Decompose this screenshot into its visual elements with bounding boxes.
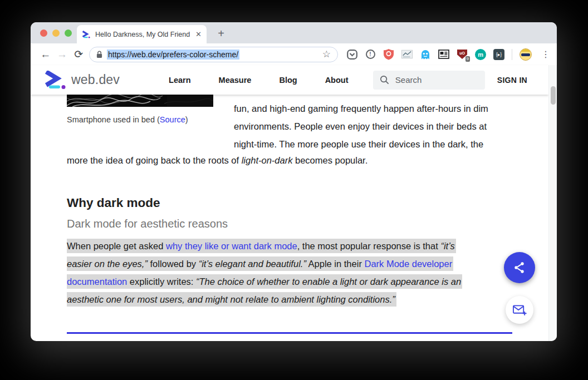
profile-avatar[interactable] [520, 48, 532, 61]
paragraph-line: fun, and high-end gaming frequently happ… [234, 100, 523, 117]
ublock-badge: 9 [465, 56, 470, 62]
new-tab-button[interactable]: + [214, 27, 228, 41]
text-segment-italic: “The choice of whether to enable a light… [196, 277, 461, 287]
search-placeholder: Search [395, 75, 422, 85]
nav-item-measure[interactable]: Measure [219, 76, 252, 85]
selected-line: easier on the eyes,” followed by “it’s e… [67, 255, 462, 273]
chrome-menu-icon[interactable]: ⋮ [541, 49, 550, 60]
sign-in-button[interactable]: SIGN IN [497, 76, 527, 85]
text-segment-italic: “it’s elegant and beautiful.” [199, 259, 306, 269]
text-segment: becomes popular. [292, 155, 367, 165]
caption-prefix: Smartphone used in bed ( [67, 115, 160, 124]
minimize-window-button[interactable] [52, 29, 60, 37]
toolbar-separator [512, 49, 512, 60]
nav-item-learn[interactable]: Learn [169, 76, 191, 85]
logo-text: web.dev [71, 72, 120, 87]
nav-item-blog[interactable]: Blog [279, 76, 297, 85]
share-icon [513, 261, 526, 274]
reader-newspaper-icon[interactable] [438, 49, 449, 60]
avatar-sunglasses [521, 53, 530, 56]
browser-toolbar: ← → ⟳ https://web.dev/prefers-color-sche… [31, 43, 557, 65]
site-header: web.dev Learn Measure Blog About Search … [31, 65, 548, 95]
scrollbar-thumb[interactable] [551, 86, 556, 105]
subscribe-button[interactable] [506, 296, 533, 324]
text-segment: more the idea of going back to the roots… [67, 155, 242, 165]
image-caption: Smartphone used in bed (Source) [67, 115, 188, 124]
browser-window: Hello Darkness, My Old Friend ✕ + ← → ⟳ … [31, 22, 557, 341]
ghostery-ghost-icon[interactable] [420, 49, 431, 60]
code-cursor-extension-icon[interactable]: {▸} [493, 49, 504, 60]
close-tab-icon[interactable]: ✕ [195, 30, 202, 38]
text-segment: followed by [148, 259, 199, 269]
selected-line: When people get asked why they like or w… [67, 237, 462, 255]
lock-icon [96, 51, 102, 58]
tab-strip: Hello Darkness, My Old Friend ✕ + [31, 22, 557, 43]
article-image-smartphone-in-bed [67, 95, 213, 107]
info-mark: ! [369, 51, 371, 57]
ublock-origin-icon[interactable]: uO 9 [457, 49, 468, 60]
zoom-window-button[interactable] [65, 29, 72, 37]
info-extension-icon[interactable]: ! [365, 49, 376, 60]
paragraph-intro-lastline: more the idea of going back to the roots… [67, 151, 367, 169]
webdev-favicon [82, 31, 91, 38]
browser-tab[interactable]: Hello Darkness, My Old Friend ✕ [77, 25, 207, 43]
paragraph-intro: fun, and high-end gaming frequently happ… [234, 100, 523, 153]
site-nav: Learn Measure Blog About [169, 76, 348, 85]
tab-title: Hello Darkness, My Old Friend [95, 31, 191, 38]
momentum-extension-icon[interactable]: m [475, 49, 486, 60]
text-segment: , the most popular response is that [297, 241, 441, 251]
text-segment-italic: aesthetic one for most users, and might … [67, 294, 395, 304]
heading-why-dark-mode: Why dark mode [67, 196, 160, 210]
forward-icon[interactable]: → [54, 48, 71, 61]
selected-line: documentation explicitly writes: “The ch… [67, 273, 462, 290]
reload-icon[interactable]: ⟳ [70, 48, 87, 61]
webdev-logo-icon [45, 71, 67, 89]
webdev-logo[interactable]: web.dev [45, 71, 120, 89]
momentum-m: m [478, 51, 483, 58]
pocket-extension-icon[interactable] [346, 49, 357, 60]
search-icon [380, 75, 389, 85]
text-segment-italic: “it’s [440, 241, 454, 251]
site-search-input[interactable]: Search [373, 71, 485, 90]
link-dark-mode-docs[interactable]: documentation [67, 277, 127, 287]
avatar-hair [520, 49, 531, 52]
share-button[interactable] [504, 252, 535, 283]
paragraph-line: night-time. The more people use their de… [234, 135, 523, 153]
caption-suffix: ) [185, 115, 188, 124]
caption-source-link[interactable]: Source [160, 115, 185, 124]
text-segment: explicitly writes: [127, 277, 196, 287]
extensions-row: ! [346, 48, 550, 61]
bookmark-star-icon[interactable]: ☆ [322, 48, 331, 60]
text-segment: Apple in their [306, 259, 365, 269]
text-segment-italic: easier on the eyes,” [67, 259, 148, 269]
selected-line: aesthetic one for most users, and might … [67, 290, 462, 308]
section-divider [67, 332, 512, 334]
adguard-shield-icon[interactable] [383, 49, 394, 60]
page-scrollbar[interactable] [548, 65, 557, 341]
address-bar[interactable]: https://web.dev/prefers-color-scheme/ ☆ [89, 47, 338, 62]
traffic-lights [40, 29, 72, 37]
selected-paragraph: When people get asked why they like or w… [67, 237, 462, 308]
mail-plus-icon [512, 303, 527, 317]
text-segment: When people get asked [67, 241, 166, 251]
text-segment-italic: light-on-dark [242, 155, 293, 165]
brackets-cursor: {▸} [496, 52, 502, 57]
link-why-dark-mode[interactable]: why they like or want dark mode [166, 241, 297, 251]
close-window-button[interactable] [40, 29, 47, 37]
link-dark-mode-docs[interactable]: Dark Mode developer [364, 259, 452, 269]
back-icon[interactable]: ← [37, 48, 54, 61]
analytics-extension-icon[interactable] [401, 49, 413, 60]
paragraph-line: environments. People even enjoy their de… [234, 117, 523, 135]
url-text-selected[interactable]: https://web.dev/prefers-color-scheme/ [107, 50, 239, 60]
subheading-aesthetic-reasons: Dark mode for aesthetic reasons [67, 218, 228, 230]
ublock-text: uO [459, 51, 465, 55]
nav-item-about[interactable]: About [325, 76, 349, 85]
